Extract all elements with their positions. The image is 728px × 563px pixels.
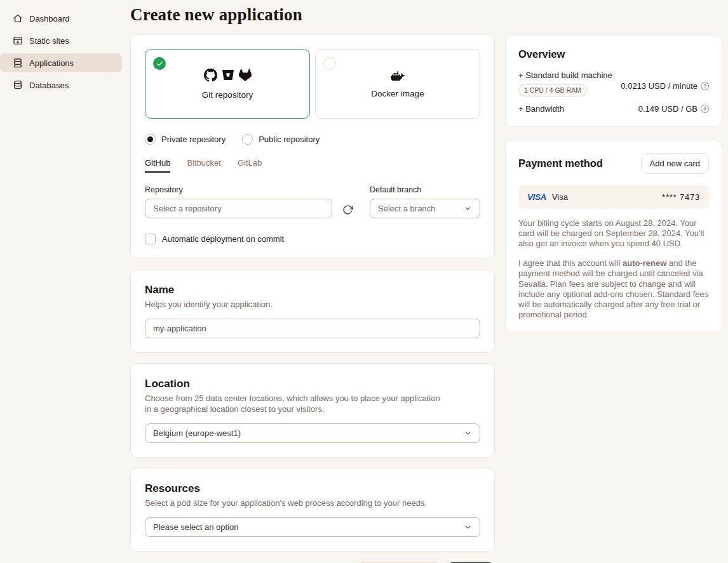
repository-fields: Repository Default branch Select a branc…	[145, 185, 480, 220]
radio-unselected-icon	[242, 134, 253, 145]
source-card: Git repository Docker image Private repo…	[130, 34, 495, 259]
branch-select-value: Select a branch	[378, 204, 435, 213]
repository-field-group: Repository	[145, 185, 332, 220]
bandwidth-price: 0.149 USD / GB	[638, 104, 698, 114]
location-select[interactable]: Belgium (europe-west1)	[145, 423, 480, 443]
payment-method-title: Payment method	[518, 157, 603, 169]
gitlab-icon	[239, 69, 252, 81]
sidebar-item-databases[interactable]: Databases	[0, 76, 122, 95]
home-icon	[13, 13, 23, 23]
auto-deploy-checkbox-row[interactable]: Automatic deployment on commit	[145, 234, 480, 244]
private-repository-radio[interactable]: Private repository	[145, 134, 226, 145]
branch-label: Default branch	[370, 185, 480, 194]
create-application-page: Dashboard Static sites Applications Data…	[0, 0, 728, 563]
check-circle-icon	[153, 57, 166, 70]
overview-row-bandwidth: + Bandwidth 0.149 USD / GB	[518, 104, 709, 114]
auto-renew-bold: auto-renew	[623, 258, 666, 268]
name-card: Name Helps you identify your application…	[130, 269, 495, 353]
application-name-input[interactable]	[145, 319, 480, 338]
database-icon	[13, 80, 23, 90]
billing-cycle-text: Your billing cycle starts on August 28, …	[518, 218, 709, 249]
overview-card: Overview + Standard build machine 1 CPU …	[505, 35, 722, 127]
card-number-masked: **** 7473	[662, 192, 700, 202]
chevron-down-icon	[464, 523, 472, 531]
refresh-repositories-button[interactable]	[337, 200, 358, 220]
sidebar-item-label: Static sites	[29, 36, 69, 46]
agreement-text: I agree that this account will auto-rene…	[518, 258, 709, 320]
sidebar-item-label: Dashboard	[29, 14, 70, 23]
branch-select[interactable]: Select a branch	[370, 199, 480, 218]
public-repository-radio[interactable]: Public repository	[242, 134, 320, 145]
saved-card-row[interactable]: VISA Visa **** 7473	[518, 185, 709, 209]
location-section-title: Location	[145, 378, 480, 390]
repository-input[interactable]	[145, 199, 332, 218]
radio-unselected-icon	[323, 57, 336, 70]
page-title: Create new application	[130, 5, 495, 25]
visa-logo-icon: VISA	[527, 192, 546, 202]
chevron-down-icon	[464, 204, 472, 213]
bitbucket-icon	[222, 69, 234, 81]
tab-github[interactable]: GitHub	[145, 158, 170, 173]
bandwidth-label: + Bandwidth	[518, 104, 564, 114]
overview-row-build-machine: + Standard build machine 1 CPU / 4 GB RA…	[518, 70, 709, 96]
build-machine-label: + Standard build machine	[518, 70, 612, 80]
tab-bitbucket[interactable]: Bitbucket	[187, 158, 220, 173]
name-section-title: Name	[145, 284, 480, 296]
resources-section-title: Resources	[145, 482, 480, 495]
sidebar-item-static-sites[interactable]: Static sites	[0, 31, 122, 50]
card-brand: Visa	[552, 192, 568, 202]
location-select-value: Belgium (europe-west1)	[153, 428, 241, 438]
provider-tabs: GitHub Bitbucket GitLab	[145, 158, 480, 173]
chevron-down-icon	[464, 429, 472, 437]
help-icon[interactable]	[701, 105, 709, 113]
resources-section-description: Select a pod size for your application's…	[145, 498, 443, 508]
private-repository-label: Private repository	[161, 135, 226, 144]
applications-icon	[13, 58, 23, 68]
sidebar: Dashboard Static sites Applications Data…	[0, 9, 122, 98]
add-new-card-button[interactable]: Add new card	[641, 153, 710, 174]
resources-select-value: Please select an option	[153, 522, 238, 532]
location-card: Location Choose from 25 data center loca…	[130, 363, 495, 458]
docker-image-option[interactable]: Docker image	[315, 49, 480, 119]
build-machine-price: 0.0213 USD / minute	[621, 81, 698, 91]
build-machine-badge: 1 CPU / 4 GB RAM	[518, 84, 587, 96]
source-options: Git repository Docker image	[145, 49, 480, 119]
resources-card: Resources Select a pod size for your app…	[130, 468, 495, 552]
location-section-description: Choose from 25 data center locations, wh…	[145, 394, 443, 414]
checkbox-unchecked-icon[interactable]	[145, 234, 156, 244]
sidebar-item-label: Applications	[29, 58, 74, 68]
sidebar-item-label: Databases	[29, 81, 69, 90]
sidebar-item-dashboard[interactable]: Dashboard	[0, 9, 122, 28]
docker-icon	[391, 69, 405, 81]
payment-method-card: Payment method Add new card VISA Visa **…	[505, 140, 722, 333]
branch-field-group: Default branch Select a branch	[370, 185, 480, 220]
github-icon	[204, 69, 217, 82]
main-content: Create new application Git repository	[130, 0, 495, 563]
auto-deploy-label: Automatic deployment on commit	[162, 234, 284, 244]
resources-select[interactable]: Please select an option	[145, 517, 480, 537]
public-repository-label: Public repository	[259, 135, 320, 144]
radio-selected-icon	[145, 134, 156, 145]
overview-title: Overview	[518, 48, 709, 60]
tab-gitlab[interactable]: GitLab	[238, 158, 262, 173]
docker-option-label: Docker image	[371, 89, 424, 98]
git-option-label: Git repository	[202, 90, 253, 100]
sidebar-item-applications[interactable]: Applications	[0, 53, 122, 72]
repository-label: Repository	[145, 185, 332, 194]
git-repository-option[interactable]: Git repository	[145, 49, 310, 119]
refresh-icon	[342, 204, 353, 215]
visibility-radios: Private repository Public repository	[145, 134, 480, 145]
help-icon[interactable]	[701, 82, 709, 90]
name-section-description: Helps you identify your application.	[145, 300, 443, 310]
browser-icon	[13, 36, 23, 46]
summary-sidebar: Overview + Standard build machine 1 CPU …	[505, 35, 722, 333]
